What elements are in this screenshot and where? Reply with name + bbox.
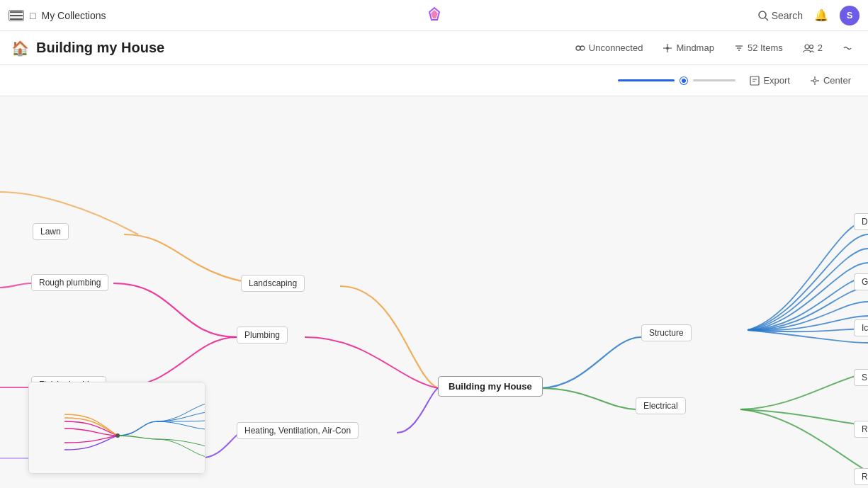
node-lawn[interactable]: Lawn	[33, 223, 69, 240]
zoom-active-track	[618, 79, 675, 81]
node-electrical[interactable]: Electrical	[636, 397, 686, 414]
unconnected-icon	[575, 43, 585, 53]
center-icon	[810, 76, 820, 86]
svg-point-24	[115, 433, 120, 438]
subnav-left: 🏠 Building my House	[11, 40, 563, 57]
wave-icon	[842, 43, 852, 53]
node-partial-3[interactable]: Ic	[854, 319, 868, 336]
house-icon: 🏠	[11, 40, 29, 57]
filter-icon	[734, 43, 744, 53]
node-hvac[interactable]: Heating, Ventilation, Air-Con	[237, 422, 359, 439]
mindmap-canvas[interactable]: Building my House Lawn Rough plumbing La…	[0, 96, 868, 488]
zoom-inactive-track	[693, 79, 735, 81]
export-icon	[750, 76, 760, 86]
minimap-svg	[29, 382, 205, 474]
page-title: Building my House	[36, 40, 164, 56]
zoom-handle[interactable]	[680, 77, 687, 84]
svg-point-15	[805, 45, 809, 49]
svg-point-7	[666, 47, 669, 50]
user-avatar[interactable]: S	[840, 6, 859, 25]
collections-title: My Collections	[41, 10, 106, 21]
svg-point-2	[759, 11, 766, 18]
node-rough-plumbing[interactable]: Rough plumbing	[31, 274, 108, 291]
mindmap-icon	[663, 43, 672, 53]
collaborators-icon	[803, 43, 814, 53]
notifications-toggle[interactable]	[838, 40, 857, 56]
top-navigation: □ My Collections Search 🔔 S	[0, 0, 868, 31]
svg-point-18	[813, 79, 816, 82]
center-node[interactable]: Building my House	[438, 376, 543, 397]
topnav-right: Search 🔔 S	[757, 6, 859, 25]
export-button[interactable]: Export	[744, 72, 796, 89]
hamburger-menu[interactable]	[9, 10, 24, 21]
search-icon	[757, 10, 769, 21]
svg-point-16	[809, 45, 813, 48]
svg-point-5	[580, 46, 585, 50]
node-partial-5[interactable]: R	[854, 421, 868, 438]
node-partial-1[interactable]: D	[854, 213, 868, 230]
mindmap-button[interactable]: Mindmap	[658, 40, 718, 56]
collaborators-button[interactable]: 2	[799, 40, 827, 56]
svg-point-4	[576, 46, 580, 50]
filter-button[interactable]: 52 Items	[730, 40, 787, 56]
svg-rect-17	[750, 76, 759, 85]
unconnected-button[interactable]: Unconnected	[571, 40, 648, 56]
topnav-left: □ My Collections	[9, 10, 752, 21]
sub-navigation: 🏠 Building my House Unconnected Mindmap	[0, 31, 868, 65]
node-partial-4[interactable]: S	[854, 369, 868, 386]
node-plumbing[interactable]: Plumbing	[237, 327, 288, 344]
svg-line-3	[765, 18, 768, 21]
toolbar: Export Center	[0, 65, 868, 96]
node-partial-2[interactable]: G	[854, 273, 868, 290]
zoom-slider[interactable]	[618, 77, 735, 84]
node-landscaping[interactable]: Landscaping	[241, 275, 305, 292]
node-partial-6[interactable]: R	[854, 468, 868, 485]
notifications-icon[interactable]: 🔔	[814, 8, 828, 22]
subnav-right: Unconnected Mindmap 52 Items	[571, 40, 857, 56]
minimap[interactable]	[28, 382, 205, 474]
brand-logo	[427, 6, 442, 22]
search-button[interactable]: Search	[757, 10, 803, 21]
svg-marker-1	[431, 10, 438, 18]
collections-icon: □	[30, 10, 35, 21]
node-structure[interactable]: Structure	[641, 324, 692, 341]
svg-rect-23	[29, 382, 205, 474]
center-button[interactable]: Center	[804, 72, 857, 89]
